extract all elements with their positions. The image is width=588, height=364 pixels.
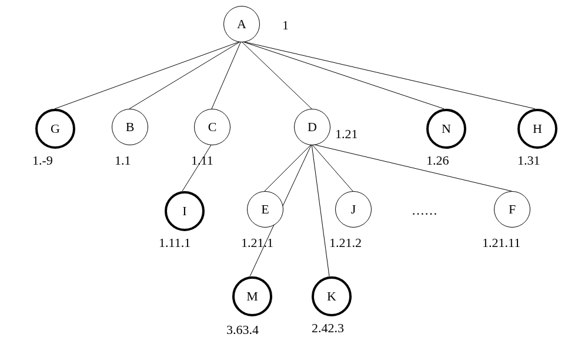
ellipsis: ……	[412, 203, 437, 218]
node-j: J	[335, 191, 372, 228]
node-e: E	[247, 191, 283, 228]
node-d-label: D	[308, 119, 317, 135]
node-d-value: 1.21	[335, 126, 358, 142]
node-f-label: F	[509, 202, 516, 217]
svg-line-11	[312, 144, 329, 276]
node-m-label: M	[246, 289, 258, 304]
svg-line-9	[312, 144, 512, 191]
node-h: H	[517, 109, 557, 149]
node-m-value: 3.63.4	[226, 322, 259, 338]
node-b-label: B	[126, 119, 135, 135]
node-a-value: 1	[282, 18, 289, 33]
node-b-value: 1.1	[115, 153, 131, 168]
node-d: D	[294, 109, 330, 145]
node-i: I	[165, 191, 205, 231]
node-e-value: 1.21.1	[241, 235, 273, 251]
node-g-label: G	[51, 121, 60, 136]
svg-line-3	[241, 41, 312, 109]
node-c: C	[194, 109, 230, 145]
node-g: G	[35, 109, 75, 149]
node-b: B	[112, 109, 148, 145]
node-j-value: 1.21.2	[329, 235, 362, 251]
node-k-label: K	[327, 289, 336, 304]
node-n: N	[426, 109, 466, 149]
node-g-value: 1.-9	[32, 153, 53, 168]
node-h-label: H	[533, 121, 542, 136]
node-n-label: N	[442, 121, 451, 136]
node-a-label: A	[237, 16, 246, 32]
svg-line-7	[265, 144, 312, 191]
node-j-label: J	[351, 202, 356, 217]
svg-line-8	[312, 144, 353, 191]
node-a: A	[223, 6, 260, 42]
node-f-value: 1.21.11	[482, 235, 520, 251]
node-e-label: E	[261, 202, 269, 217]
node-k-value: 2.42.3	[312, 320, 344, 336]
svg-line-4	[241, 41, 444, 109]
svg-line-1	[129, 41, 241, 109]
node-c-label: C	[208, 119, 217, 135]
node-m: M	[232, 276, 272, 316]
node-i-label: I	[182, 203, 186, 219]
node-c-value: 1.11	[191, 153, 213, 168]
node-k: K	[312, 276, 352, 316]
svg-line-2	[212, 41, 241, 109]
svg-line-0	[55, 41, 241, 109]
node-h-value: 1.31	[517, 153, 540, 168]
node-f: F	[494, 191, 530, 228]
node-i-value: 1.11.1	[159, 235, 191, 251]
svg-line-5	[241, 41, 535, 109]
node-n-value: 1.26	[426, 153, 449, 168]
